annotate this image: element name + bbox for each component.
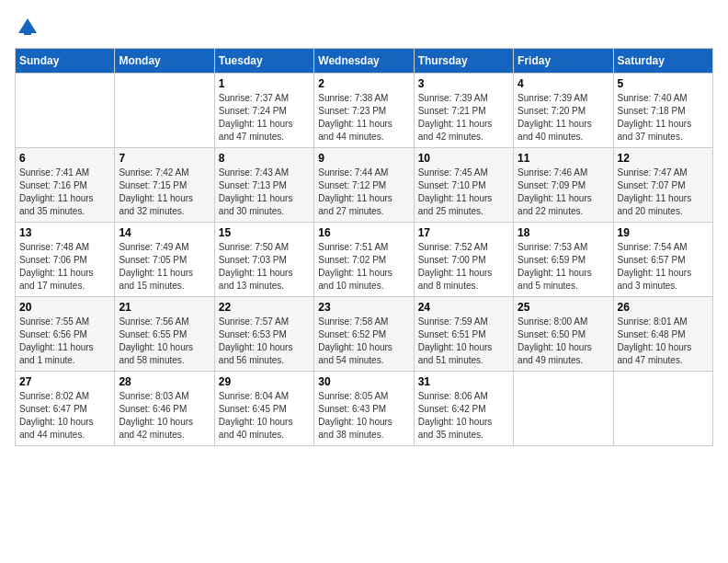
calendar-cell: 5Sunrise: 7:40 AM Sunset: 7:18 PM Daylig… <box>613 74 712 148</box>
calendar-cell: 24Sunrise: 7:59 AM Sunset: 6:51 PM Dayli… <box>414 297 513 372</box>
day-number: 12 <box>618 152 709 165</box>
calendar-cell: 8Sunrise: 7:43 AM Sunset: 7:13 PM Daylig… <box>214 148 313 223</box>
day-info: Sunrise: 7:46 AM Sunset: 7:09 PM Dayligh… <box>518 167 609 218</box>
calendar-cell: 15Sunrise: 7:50 AM Sunset: 7:03 PM Dayli… <box>214 223 313 297</box>
day-number: 25 <box>518 301 609 314</box>
day-info: Sunrise: 7:39 AM Sunset: 7:21 PM Dayligh… <box>418 92 509 144</box>
header-thursday: Thursday <box>414 49 513 74</box>
day-info: Sunrise: 7:39 AM Sunset: 7:20 PM Dayligh… <box>518 92 609 144</box>
day-number: 17 <box>418 226 509 239</box>
day-info: Sunrise: 7:56 AM Sunset: 6:55 PM Dayligh… <box>119 316 210 367</box>
day-info: Sunrise: 7:59 AM Sunset: 6:51 PM Dayligh… <box>418 316 509 367</box>
calendar-cell: 3Sunrise: 7:39 AM Sunset: 7:21 PM Daylig… <box>414 74 513 148</box>
day-info: Sunrise: 7:37 AM Sunset: 7:24 PM Dayligh… <box>219 92 310 144</box>
day-info: Sunrise: 7:49 AM Sunset: 7:05 PM Dayligh… <box>119 241 210 293</box>
calendar-cell: 22Sunrise: 7:57 AM Sunset: 6:53 PM Dayli… <box>214 297 313 372</box>
day-info: Sunrise: 8:00 AM Sunset: 6:50 PM Dayligh… <box>518 316 609 367</box>
day-number: 27 <box>19 375 110 388</box>
calendar-cell: 25Sunrise: 8:00 AM Sunset: 6:50 PM Dayli… <box>514 297 613 372</box>
header-saturday: Saturday <box>613 49 712 74</box>
day-number: 9 <box>318 152 409 165</box>
logo <box>15 15 44 40</box>
calendar-cell: 19Sunrise: 7:54 AM Sunset: 6:57 PM Dayli… <box>613 223 712 297</box>
day-number: 26 <box>618 301 709 314</box>
calendar-cell <box>613 372 712 446</box>
calendar-cell: 14Sunrise: 7:49 AM Sunset: 7:05 PM Dayli… <box>115 223 214 297</box>
day-number: 24 <box>418 301 509 314</box>
day-info: Sunrise: 7:42 AM Sunset: 7:15 PM Dayligh… <box>119 167 210 218</box>
calendar-table: SundayMondayTuesdayWednesdayThursdayFrid… <box>15 48 713 446</box>
calendar-cell: 7Sunrise: 7:42 AM Sunset: 7:15 PM Daylig… <box>115 148 214 223</box>
day-number: 19 <box>618 226 709 239</box>
calendar-cell <box>16 74 115 148</box>
day-number: 15 <box>219 226 310 239</box>
day-number: 11 <box>518 152 609 165</box>
day-number: 28 <box>119 375 210 388</box>
day-info: Sunrise: 7:43 AM Sunset: 7:13 PM Dayligh… <box>219 167 310 218</box>
calendar-cell: 30Sunrise: 8:05 AM Sunset: 6:43 PM Dayli… <box>314 372 414 446</box>
day-info: Sunrise: 7:54 AM Sunset: 6:57 PM Dayligh… <box>618 241 709 293</box>
header-monday: Monday <box>115 49 214 74</box>
calendar-cell: 18Sunrise: 7:53 AM Sunset: 6:59 PM Dayli… <box>514 223 613 297</box>
calendar-cell: 1Sunrise: 7:37 AM Sunset: 7:24 PM Daylig… <box>214 74 313 148</box>
calendar-cell: 23Sunrise: 7:58 AM Sunset: 6:52 PM Dayli… <box>314 297 414 372</box>
day-info: Sunrise: 7:58 AM Sunset: 6:52 PM Dayligh… <box>318 316 409 367</box>
week-row-3: 13Sunrise: 7:48 AM Sunset: 7:06 PM Dayli… <box>16 223 713 297</box>
calendar-cell: 12Sunrise: 7:47 AM Sunset: 7:07 PM Dayli… <box>613 148 712 223</box>
calendar-cell: 20Sunrise: 7:55 AM Sunset: 6:56 PM Dayli… <box>16 297 115 372</box>
header-wednesday: Wednesday <box>314 49 414 74</box>
day-info: Sunrise: 7:47 AM Sunset: 7:07 PM Dayligh… <box>618 167 709 218</box>
header-sunday: Sunday <box>16 49 115 74</box>
day-info: Sunrise: 8:03 AM Sunset: 6:46 PM Dayligh… <box>119 390 210 442</box>
day-info: Sunrise: 7:52 AM Sunset: 7:00 PM Dayligh… <box>418 241 509 293</box>
day-number: 2 <box>318 77 409 90</box>
day-info: Sunrise: 7:53 AM Sunset: 6:59 PM Dayligh… <box>518 241 609 293</box>
calendar-cell: 26Sunrise: 8:01 AM Sunset: 6:48 PM Dayli… <box>613 297 712 372</box>
calendar-cell: 29Sunrise: 8:04 AM Sunset: 6:45 PM Dayli… <box>214 372 313 446</box>
calendar-cell: 17Sunrise: 7:52 AM Sunset: 7:00 PM Dayli… <box>414 223 513 297</box>
day-info: Sunrise: 7:50 AM Sunset: 7:03 PM Dayligh… <box>219 241 310 293</box>
calendar-cell: 2Sunrise: 7:38 AM Sunset: 7:23 PM Daylig… <box>314 74 414 148</box>
header-tuesday: Tuesday <box>214 49 313 74</box>
day-info: Sunrise: 7:40 AM Sunset: 7:18 PM Dayligh… <box>618 92 709 144</box>
day-number: 22 <box>219 301 310 314</box>
calendar-cell: 21Sunrise: 7:56 AM Sunset: 6:55 PM Dayli… <box>115 297 214 372</box>
day-number: 3 <box>418 77 509 90</box>
day-number: 1 <box>219 77 310 90</box>
calendar-cell: 4Sunrise: 7:39 AM Sunset: 7:20 PM Daylig… <box>514 74 613 148</box>
week-row-4: 20Sunrise: 7:55 AM Sunset: 6:56 PM Dayli… <box>16 297 713 372</box>
header-friday: Friday <box>514 49 613 74</box>
calendar-cell: 16Sunrise: 7:51 AM Sunset: 7:02 PM Dayli… <box>314 223 414 297</box>
day-number: 7 <box>119 152 210 165</box>
day-info: Sunrise: 8:05 AM Sunset: 6:43 PM Dayligh… <box>318 390 409 442</box>
day-info: Sunrise: 7:51 AM Sunset: 7:02 PM Dayligh… <box>318 241 409 293</box>
day-number: 29 <box>219 375 310 388</box>
day-number: 23 <box>318 301 409 314</box>
day-info: Sunrise: 8:06 AM Sunset: 6:42 PM Dayligh… <box>418 390 509 442</box>
day-info: Sunrise: 8:02 AM Sunset: 6:47 PM Dayligh… <box>19 390 110 442</box>
calendar-cell: 27Sunrise: 8:02 AM Sunset: 6:47 PM Dayli… <box>16 372 115 446</box>
calendar-cell: 31Sunrise: 8:06 AM Sunset: 6:42 PM Dayli… <box>414 372 513 446</box>
day-info: Sunrise: 8:01 AM Sunset: 6:48 PM Dayligh… <box>618 316 709 367</box>
calendar-cell: 13Sunrise: 7:48 AM Sunset: 7:06 PM Dayli… <box>16 223 115 297</box>
calendar-cell: 10Sunrise: 7:45 AM Sunset: 7:10 PM Dayli… <box>414 148 513 223</box>
day-info: Sunrise: 7:48 AM Sunset: 7:06 PM Dayligh… <box>19 241 110 293</box>
day-info: Sunrise: 7:55 AM Sunset: 6:56 PM Dayligh… <box>19 316 110 367</box>
day-info: Sunrise: 7:41 AM Sunset: 7:16 PM Dayligh… <box>19 167 110 218</box>
calendar-cell: 28Sunrise: 8:03 AM Sunset: 6:46 PM Dayli… <box>115 372 214 446</box>
svg-rect-1 <box>24 29 31 35</box>
week-row-2: 6Sunrise: 7:41 AM Sunset: 7:16 PM Daylig… <box>16 148 713 223</box>
week-row-1: 1Sunrise: 7:37 AM Sunset: 7:24 PM Daylig… <box>16 74 713 148</box>
day-number: 8 <box>219 152 310 165</box>
day-number: 10 <box>418 152 509 165</box>
day-info: Sunrise: 7:44 AM Sunset: 7:12 PM Dayligh… <box>318 167 409 218</box>
day-number: 13 <box>19 226 110 239</box>
day-number: 30 <box>318 375 409 388</box>
calendar-cell: 6Sunrise: 7:41 AM Sunset: 7:16 PM Daylig… <box>16 148 115 223</box>
day-number: 20 <box>19 301 110 314</box>
day-number: 21 <box>119 301 210 314</box>
day-number: 6 <box>19 152 110 165</box>
day-number: 16 <box>318 226 409 239</box>
day-number: 4 <box>518 77 609 90</box>
header <box>15 15 713 40</box>
